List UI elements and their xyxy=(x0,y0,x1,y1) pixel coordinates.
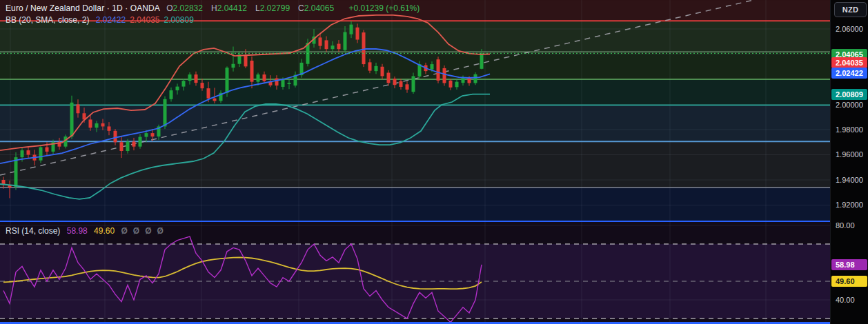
bb-upper-value: 2.04035 xyxy=(130,15,159,25)
ohlc-high: H2.04412 xyxy=(211,3,251,13)
rsi-value: 58.98 xyxy=(67,226,88,236)
candle-body xyxy=(120,142,124,151)
candle-body xyxy=(375,66,378,71)
candle-body xyxy=(368,62,372,70)
axis-badge-rsi-ma-value: 49.60 xyxy=(831,276,867,287)
bb-lower-value: 2.00809 xyxy=(164,15,194,25)
axis-label: 1.98000 xyxy=(836,125,863,134)
candle-body xyxy=(132,141,136,146)
candle-body xyxy=(288,83,291,84)
ohlc-values: O2.02832H2.04412L2.02799C2.04065 xyxy=(166,3,342,13)
candle-body xyxy=(387,73,391,83)
rsi-empty-value: Ø xyxy=(133,226,139,236)
ohlc-low: L2.02799 xyxy=(255,3,294,13)
candle-body xyxy=(101,123,105,127)
rsi-empty-values: ØØØØ xyxy=(121,226,168,236)
axis-label: 1.92000 xyxy=(836,200,863,210)
candle-body xyxy=(114,131,117,142)
axis-label: 40.00 xyxy=(836,295,855,305)
candle-body xyxy=(356,28,359,40)
rsi-empty-value: Ø xyxy=(145,226,151,236)
rsi-ma-value: 49.60 xyxy=(94,226,115,236)
price-change: +0.01239 (+0.61%) xyxy=(349,3,420,13)
ohlc-high-letter: H xyxy=(211,3,217,13)
ohlc-low-letter: L xyxy=(255,3,260,13)
axis-label: 80.00 xyxy=(836,221,855,230)
symbol-title[interactable]: Euro / New Zealand Dollar · 1D · OANDA xyxy=(6,3,160,13)
main-legend: Euro / New Zealand Dollar · 1D · OANDA O… xyxy=(6,3,424,26)
candle-body xyxy=(89,119,92,128)
candle-body xyxy=(244,55,248,66)
candle-body xyxy=(393,79,397,85)
candle-body xyxy=(449,81,453,88)
candle-body xyxy=(201,83,204,88)
candle-body xyxy=(337,44,341,50)
candle-body xyxy=(164,99,167,127)
bb-values: 2.024222.040352.00809 xyxy=(96,15,198,25)
ohlc-high-value: 2.04412 xyxy=(217,3,247,13)
candle-body xyxy=(406,84,409,90)
ohlc-close-letter: C xyxy=(298,3,304,13)
candle-body xyxy=(331,45,335,49)
candle-body xyxy=(232,64,235,68)
candle-body xyxy=(325,40,328,49)
symbol-row: Euro / New Zealand Dollar · 1D · OANDA O… xyxy=(6,3,424,14)
candle-body xyxy=(95,123,99,128)
candle-body xyxy=(400,81,403,87)
ohlc-open: O2.02832 xyxy=(166,3,207,13)
candle-body xyxy=(443,68,446,83)
candle-body xyxy=(39,148,43,161)
ohlc-close-value: 2.04065 xyxy=(304,3,334,13)
candle-body xyxy=(213,99,217,101)
price-zone xyxy=(0,52,830,79)
candle-body xyxy=(437,59,440,81)
pane-separator[interactable] xyxy=(0,221,830,222)
axis-badge-rsi-value: 58.98 xyxy=(831,259,867,270)
candle-body xyxy=(257,74,260,82)
candle-body xyxy=(145,133,148,136)
ohlc-open-letter: O xyxy=(166,3,172,13)
candle-body xyxy=(468,78,471,83)
candle-body xyxy=(319,37,322,45)
candle-body xyxy=(381,67,384,77)
candle-body xyxy=(195,74,198,83)
price-axis[interactable]: NZD 2.060002.000001.980001.960001.940001… xyxy=(830,0,868,324)
candle-body xyxy=(455,82,459,88)
candle-body xyxy=(431,64,434,70)
candle-body xyxy=(207,88,210,99)
candle-body xyxy=(275,79,279,86)
candle-body xyxy=(480,53,484,69)
axis-label: 1.94000 xyxy=(836,175,863,185)
candle-body xyxy=(21,150,24,157)
rsi-legend: RSI (14, close) 58.98 49.60 ØØØØ xyxy=(6,226,173,236)
axis-label: 2.06000 xyxy=(836,24,863,34)
candle-body xyxy=(14,157,18,187)
candle-body xyxy=(151,133,155,136)
candle-body xyxy=(139,137,142,147)
candle-body xyxy=(250,61,254,82)
currency-button[interactable]: NZD xyxy=(834,2,867,17)
candle-body xyxy=(170,90,173,99)
candle-body xyxy=(70,103,74,136)
axis-label: 2.00000 xyxy=(836,100,863,110)
axis-badge-bb-lower: 2.00809 xyxy=(831,89,867,100)
candle-body xyxy=(263,74,266,81)
rsi-empty-value: Ø xyxy=(157,226,163,236)
candle-body xyxy=(176,87,179,90)
bb-indicator-label[interactable]: BB (20, SMA, close, 2) xyxy=(6,15,89,25)
candle-body xyxy=(282,80,285,87)
axis-label: 1.96000 xyxy=(836,150,863,159)
candle-body xyxy=(27,150,30,154)
candle-body xyxy=(46,148,49,152)
axis-badge-bb-upper: 2.04035 xyxy=(831,57,867,68)
candle-body xyxy=(474,74,477,83)
chart-window: Euro / New Zealand Dollar · 1D · OANDA O… xyxy=(0,0,868,324)
chart-svg xyxy=(0,0,830,324)
axis-badge-bb-basis: 2.02422 xyxy=(831,68,867,79)
candle-body xyxy=(344,32,347,50)
candle-body xyxy=(182,81,186,86)
candle-body xyxy=(412,76,415,92)
rsi-indicator-label[interactable]: RSI (14, close) xyxy=(6,226,60,236)
bb-basis-value: 2.02422 xyxy=(96,15,126,25)
chart-canvas[interactable]: Euro / New Zealand Dollar · 1D · OANDA O… xyxy=(0,0,830,324)
